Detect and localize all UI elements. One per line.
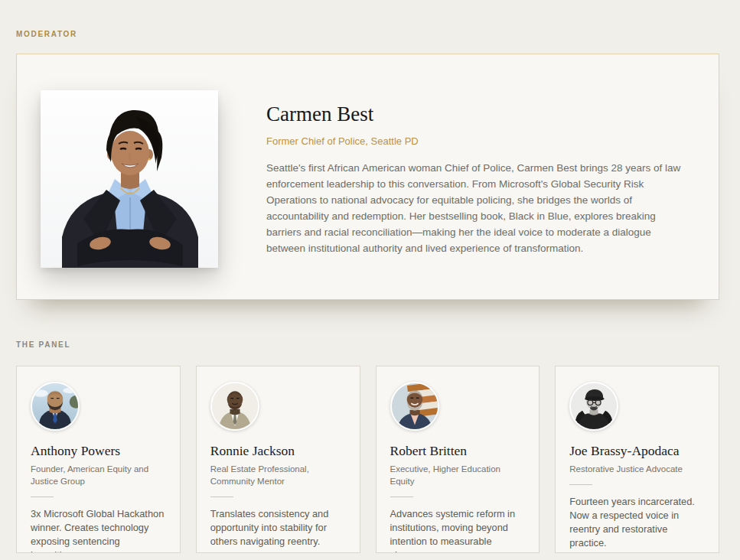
panelist-name: Anthony Powers xyxy=(31,443,166,459)
anthony-powers-photo xyxy=(31,382,80,431)
panelist-name: Ronnie Jackson xyxy=(210,443,346,459)
moderator-portrait-illustration xyxy=(41,90,218,268)
panelist-name: Joe Brassy-Apodaca xyxy=(569,443,705,459)
card-divider xyxy=(390,497,413,497)
panel-card-anthony-powers: Anthony Powers Founder, American Equity … xyxy=(16,366,181,553)
panelist-name: Robert Britten xyxy=(390,443,526,459)
robert-britten-photo xyxy=(390,382,439,431)
joe-brassy-apodaca-photo xyxy=(569,382,618,431)
card-divider xyxy=(31,497,54,497)
robert-britten-avatar-illustration xyxy=(392,383,438,429)
card-divider xyxy=(210,497,233,497)
ronnie-jackson-photo xyxy=(210,382,259,431)
panelist-role: Executive, Higher Education Equity xyxy=(390,463,526,487)
moderator-bio: Seattle's first African American woman C… xyxy=(266,160,693,256)
anthony-powers-avatar-illustration xyxy=(32,383,78,429)
moderator-card: Carmen Best Former Chief of Police, Seat… xyxy=(16,54,719,300)
moderator-role: Former Chief of Police, Seattle PD xyxy=(266,135,693,147)
moderator-text-block: Carmen Best Former Chief of Police, Seat… xyxy=(266,90,693,266)
panel-section-label: THE PANEL xyxy=(16,340,719,349)
panel-grid: Anthony Powers Founder, American Equity … xyxy=(16,366,719,553)
panelist-role: Real Estate Professional, Community Ment… xyxy=(210,463,346,487)
panel-card-joe-brassy-apodaca: Joe Brassy-Apodaca Restorative Justice A… xyxy=(555,366,719,553)
panel-card-ronnie-jackson: Ronnie Jackson Real Estate Professional,… xyxy=(196,366,360,553)
panelist-bio: 3x Microsoft Global Hackathon winner. Cr… xyxy=(31,507,166,553)
speakers-page: MODERATOR xyxy=(0,0,740,553)
panelist-role: Founder, American Equity and Justice Gro… xyxy=(31,463,166,487)
panelist-bio: Fourteen years incarcerated. Now a respe… xyxy=(569,495,705,550)
panelist-role: Restorative Justice Advocate xyxy=(569,463,705,475)
moderator-name: Carmen Best xyxy=(266,103,693,126)
card-divider xyxy=(569,484,592,485)
ronnie-jackson-avatar-illustration xyxy=(212,383,258,429)
panel-card-robert-britten: Robert Britten Executive, Higher Educati… xyxy=(376,366,540,553)
carmen-best-portrait xyxy=(41,90,218,268)
panelist-bio: Translates consistency and opportunity i… xyxy=(210,507,346,549)
joe-brassy-apodaca-avatar-illustration xyxy=(571,383,617,429)
moderator-section-label: MODERATOR xyxy=(16,0,719,38)
panelist-bio: Advances systemic reform in institutions… xyxy=(390,507,526,553)
